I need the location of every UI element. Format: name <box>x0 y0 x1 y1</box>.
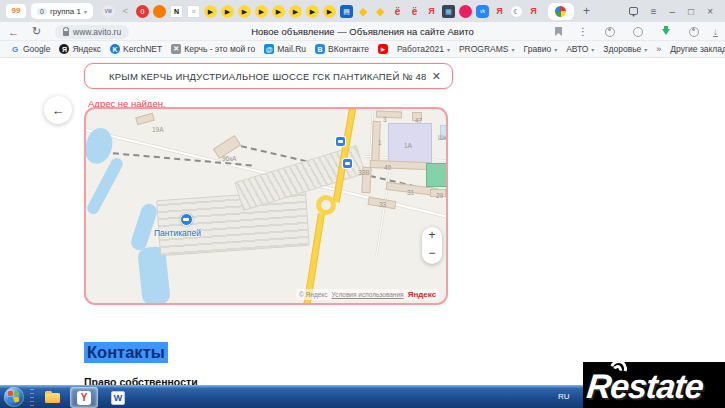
gesture-extension-icon[interactable] <box>688 26 699 37</box>
start-button[interactable] <box>4 387 24 407</box>
map-building-number: Шк <box>438 134 447 141</box>
yandex-map[interactable]: 19А96кА34711АШк33В40312933Пантикапей + −… <box>84 107 448 305</box>
word-taskbar-button[interactable]: W <box>104 387 132 408</box>
zoom-out-button[interactable]: − <box>428 247 435 260</box>
bookmark-item[interactable]: Работа2021▾ <box>397 44 450 54</box>
word-icon: W <box>111 391 125 405</box>
address-bar[interactable]: www.avito.ru <box>55 25 129 39</box>
play-tab-icon[interactable]: ▶ <box>221 5 234 18</box>
feedback-icon[interactable] <box>629 7 638 15</box>
other-bookmarks-button[interactable]: Другие закладки ▾ <box>670 44 725 54</box>
clear-icon[interactable]: ✕ <box>432 70 441 83</box>
tab-group-label: группа 1 <box>50 7 81 16</box>
yandex-tab-icon[interactable]: Я <box>425 5 438 18</box>
bookmarks-overflow-chevron[interactable]: » <box>656 44 661 54</box>
page-back-button[interactable]: ← <box>44 96 72 124</box>
bookmark-item[interactable]: ▶ <box>378 44 388 54</box>
youtube-icon: ▶ <box>378 44 388 54</box>
bookmark-label: Здоровье <box>603 44 641 54</box>
explorer-taskbar-button[interactable] <box>38 387 66 408</box>
yandex-tab-icon[interactable]: Я <box>493 5 506 18</box>
bookmark-item[interactable]: Гравио▾ <box>524 44 558 54</box>
map-building-number: 1А <box>404 142 412 149</box>
map-attribution: © Яндекс Условия использования Яндекс <box>296 289 439 300</box>
back-button[interactable]: ← <box>8 22 19 41</box>
terms-link[interactable]: Условия использования <box>331 291 403 298</box>
vk-icon: В <box>315 44 325 54</box>
bookmark-label: ВКонтакте <box>328 44 369 54</box>
n-doc-tab-icon[interactable]: N <box>170 5 183 18</box>
refresh-button[interactable]: ↻ <box>32 22 41 41</box>
tab-counter-badge[interactable]: 99 <box>6 4 26 18</box>
yellow-diamond-tab-icon[interactable]: ◆ <box>357 5 370 18</box>
active-tab[interactable] <box>548 3 574 20</box>
savefrom-extension-icon[interactable] <box>660 26 671 37</box>
vk-tab-icon[interactable]: vk <box>476 5 489 18</box>
tab-group[interactable]: 0 группа 1 ▾ <box>31 3 93 19</box>
play-cursor-tab-icon[interactable]: ▶ <box>323 5 336 18</box>
yandex-browser-taskbar-button[interactable]: Y <box>70 387 98 408</box>
globe-extension-icon[interactable] <box>632 26 643 37</box>
play-tab-icon[interactable]: ▶ <box>204 5 217 18</box>
bookmark-label: Гравио <box>524 44 552 54</box>
map-labels: 19А96кА34711АШк33В40312933Пантикапей <box>86 109 446 303</box>
bookmark-flag-icon[interactable] <box>555 27 562 36</box>
kerch-site-icon: ✕ <box>171 44 181 54</box>
red-e-tab-icon[interactable]: ё <box>391 5 404 18</box>
yellow-diamond-tab-icon[interactable]: ◆ <box>374 5 387 18</box>
extension-badge-icon[interactable] <box>604 26 615 37</box>
close-button[interactable]: × <box>707 6 713 17</box>
vw-tab-icon[interactable]: VW <box>102 5 115 18</box>
bookmark-label: Mail.Ru <box>277 44 306 54</box>
language-indicator[interactable]: RU <box>558 392 570 401</box>
google-icon: G <box>10 44 20 54</box>
map-building-number: 40 <box>384 164 391 171</box>
bookmark-item[interactable]: @Mail.Ru <box>264 44 306 54</box>
lock-icon <box>63 31 69 36</box>
address-search-input[interactable]: КРЫМ КЕРЧЬ ИНДУСТРИАЛЬНОЕ ШОССЕ ГСК ПАНТ… <box>84 63 453 89</box>
yandex-logo[interactable]: Яндекс <box>408 290 436 299</box>
screen: 99 0 группа 1 ▾ VW<0N≡▶▶▶▶▶▶▶▶▤◆◆ёёЯ▦vkЯ… <box>0 0 725 408</box>
zoom-in-button[interactable]: + <box>428 229 435 242</box>
menu-button[interactable]: ≡ <box>651 6 657 17</box>
minimize-button[interactable]: – <box>670 6 676 17</box>
bookmark-item[interactable]: GGoogle <box>10 44 50 54</box>
tab-group-badge: 0 <box>37 8 47 15</box>
map-building-number: 1 <box>378 139 382 146</box>
bookmark-item[interactable]: KKerchNET <box>110 44 162 54</box>
bookmark-item[interactable]: PROGRAMS▾ <box>459 44 515 54</box>
play-tab-icon[interactable]: ▶ <box>272 5 285 18</box>
play-tab-icon[interactable]: ▶ <box>289 5 302 18</box>
moon-tab-icon[interactable]: ☾ <box>510 5 523 18</box>
map-building-number: 96кА <box>222 155 236 162</box>
bookmark-items: GGoogleЯЯндексKKerchNET✕Керчь - это мой … <box>10 44 647 54</box>
picture-tab-icon[interactable]: ▦ <box>442 5 455 18</box>
chevron-down-icon: ▾ <box>644 46 647 53</box>
bookmark-label: PROGRAMS <box>459 44 509 54</box>
folder-icon <box>45 393 60 403</box>
pink-circle-tab-icon[interactable] <box>459 5 472 18</box>
kebab-menu-icon[interactable]: ⋮ <box>578 22 588 41</box>
download-icon[interactable]: ↓ <box>710 26 721 37</box>
document-tab-icon[interactable]: ≡ <box>187 5 200 18</box>
yandex-tab-icon[interactable]: Я <box>527 5 540 18</box>
blue-table-tab-icon[interactable]: ▤ <box>340 5 353 18</box>
back-arrow-tab-icon[interactable]: < <box>119 5 132 18</box>
address-search-value: КРЫМ КЕРЧЬ ИНДУСТРИАЛЬНОЕ ШОССЕ ГСК ПАНТ… <box>109 71 432 82</box>
bookmark-item[interactable]: ВВКонтакте <box>315 44 369 54</box>
bookmark-item[interactable]: АВТО▾ <box>566 44 594 54</box>
red-e-tab-icon[interactable]: ё <box>408 5 421 18</box>
maximize-button[interactable]: □ <box>688 6 694 17</box>
play-cursor-tab-icon[interactable]: ▶ <box>238 5 251 18</box>
play-tab-icon[interactable]: ▶ <box>255 5 268 18</box>
basketball-tab-icon[interactable] <box>153 5 166 18</box>
bookmark-item[interactable]: ✕Керчь - это мой го <box>171 44 255 54</box>
map-place-label: Пантикапей <box>154 228 201 238</box>
map-building-number: 31 <box>407 189 414 196</box>
new-tab-button[interactable]: + <box>583 4 590 18</box>
bookmark-item[interactable]: ЯЯндекс <box>59 44 101 54</box>
red-zero-tab-icon[interactable]: 0 <box>136 5 149 18</box>
play-tab-icon[interactable]: ▶ <box>306 5 319 18</box>
bookmark-item[interactable]: Здоровье▾ <box>603 44 647 54</box>
bookmark-label: АВТО <box>566 44 588 54</box>
